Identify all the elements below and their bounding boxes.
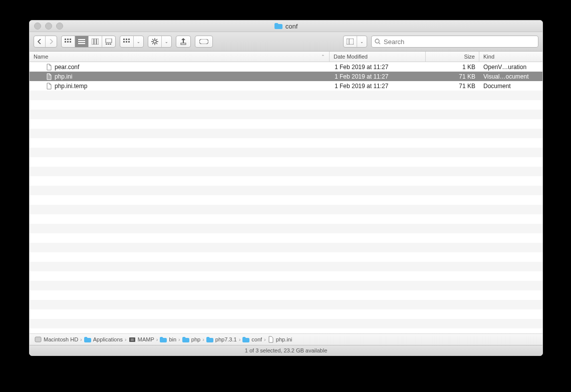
path-separator: › — [80, 336, 82, 342]
empty-row — [30, 167, 542, 176]
share-button[interactable] — [176, 36, 191, 48]
file-kind: OpenV…uration — [479, 64, 542, 71]
path-separator: › — [178, 336, 180, 342]
tags-button[interactable] — [195, 36, 213, 48]
tag-icon — [199, 39, 208, 44]
path-segment[interactable]: bin — [160, 336, 176, 342]
zoom-button[interactable] — [56, 23, 63, 30]
folder-icon — [182, 337, 189, 342]
folder-icon — [242, 337, 249, 342]
file-size: 71 KB — [426, 83, 479, 90]
path-segment[interactable]: php.ini — [268, 336, 292, 343]
kind-column-header[interactable]: Kind — [479, 52, 542, 62]
list-view-button[interactable] — [75, 36, 89, 47]
empty-row — [30, 281, 542, 290]
disk-icon — [35, 336, 42, 342]
svg-rect-8 — [78, 43, 85, 44]
path-segment[interactable]: conf — [242, 336, 262, 342]
name-column-header[interactable]: Name ⌃ — [30, 52, 330, 62]
view-mode-group — [61, 36, 116, 48]
file-row[interactable]: php.ini1 Feb 2019 at 11:2771 KBVisual…oc… — [30, 72, 542, 81]
svg-rect-1 — [67, 39, 69, 40]
path-segment[interactable]: php — [182, 336, 200, 342]
path-label: php — [191, 336, 200, 342]
file-row[interactable]: pear.conf1 Feb 2019 at 11:271 KBOpenV…ur… — [30, 62, 542, 72]
svg-rect-0 — [65, 39, 66, 40]
empty-row — [30, 119, 542, 129]
svg-rect-9 — [92, 39, 94, 45]
svg-rect-12 — [106, 39, 112, 43]
empty-row — [30, 129, 542, 138]
back-button[interactable] — [34, 36, 46, 47]
forward-button[interactable] — [46, 36, 57, 47]
date-header-label: Date Modified — [334, 54, 368, 60]
minimize-button[interactable] — [45, 23, 52, 30]
path-separator: › — [239, 336, 241, 342]
status-bar: 1 of 3 selected, 23.2 GB available — [30, 345, 542, 355]
empty-row — [30, 148, 542, 157]
path-segment[interactable]: MAMP — [129, 336, 154, 342]
path-bar: Macintosh HD›Applications›MAMP›bin›php›p… — [30, 333, 542, 345]
file-date: 1 Feb 2019 at 11:27 — [331, 64, 426, 71]
path-segment[interactable]: php7.3.1 — [206, 336, 237, 342]
icon-view-button[interactable] — [62, 36, 75, 47]
finder-window: conf ⌄ ⌄ ⌄ — [29, 20, 543, 356]
search-input[interactable] — [383, 38, 535, 46]
empty-row — [30, 91, 542, 100]
file-row[interactable]: php.ini.temp1 Feb 2019 at 11:2771 KBDocu… — [30, 81, 542, 91]
sort-asc-icon: ⌃ — [321, 54, 325, 59]
chevron-down-icon: ⌄ — [360, 40, 364, 44]
empty-row — [30, 300, 542, 309]
nav-buttons — [34, 36, 57, 48]
path-segment[interactable]: Applications — [84, 336, 123, 342]
column-view-button[interactable] — [89, 36, 102, 47]
empty-row — [30, 110, 542, 119]
window-title: conf — [30, 23, 542, 30]
search-field[interactable] — [371, 36, 538, 48]
file-date: 1 Feb 2019 at 11:27 — [331, 73, 426, 80]
group-by-dropdown[interactable]: ⌄ — [120, 36, 144, 48]
svg-rect-3 — [65, 41, 66, 43]
svg-rect-5 — [70, 41, 71, 43]
svg-rect-11 — [97, 39, 99, 45]
svg-rect-19 — [123, 41, 125, 43]
path-label: php.ini — [276, 336, 292, 342]
date-column-header[interactable]: Date Modified — [330, 52, 426, 62]
path-separator: › — [156, 336, 158, 342]
size-column-header[interactable]: Size — [426, 52, 479, 62]
path-separator: › — [264, 336, 266, 342]
svg-line-27 — [152, 39, 153, 40]
folder-icon — [160, 337, 167, 342]
gallery-view-button[interactable] — [102, 36, 115, 47]
svg-rect-6 — [78, 39, 85, 40]
window-title-text: conf — [286, 23, 298, 30]
path-label: Macintosh HD — [44, 336, 78, 342]
file-name: php.ini — [55, 73, 72, 80]
path-separator: › — [125, 336, 127, 342]
folder-icon — [274, 23, 282, 29]
path-segment[interactable]: Macintosh HD — [35, 336, 78, 342]
svg-line-29 — [156, 39, 157, 40]
path-label: Applications — [93, 336, 123, 342]
svg-rect-21 — [128, 41, 130, 43]
share-icon — [180, 38, 186, 45]
file-size: 1 KB — [426, 64, 479, 71]
ini-icon — [268, 336, 274, 343]
empty-row — [30, 271, 542, 281]
folder-icon — [206, 337, 213, 342]
empty-row — [30, 176, 542, 186]
name-header-label: Name — [34, 54, 48, 60]
svg-rect-33 — [347, 39, 354, 45]
close-button[interactable] — [34, 23, 41, 30]
file-name: php.ini.temp — [55, 83, 87, 90]
empty-row — [30, 195, 542, 205]
file-date: 1 Feb 2019 at 11:27 — [331, 83, 426, 90]
empty-row — [30, 214, 542, 224]
sidebar-dropdown[interactable]: ⌄ — [343, 36, 367, 48]
svg-rect-20 — [126, 41, 127, 43]
status-text: 1 of 3 selected, 23.2 GB available — [245, 347, 328, 353]
svg-rect-18 — [128, 39, 130, 40]
empty-row — [30, 243, 542, 252]
action-menu-button[interactable]: ⌄ — [148, 36, 172, 48]
kind-header-label: Kind — [483, 54, 494, 60]
